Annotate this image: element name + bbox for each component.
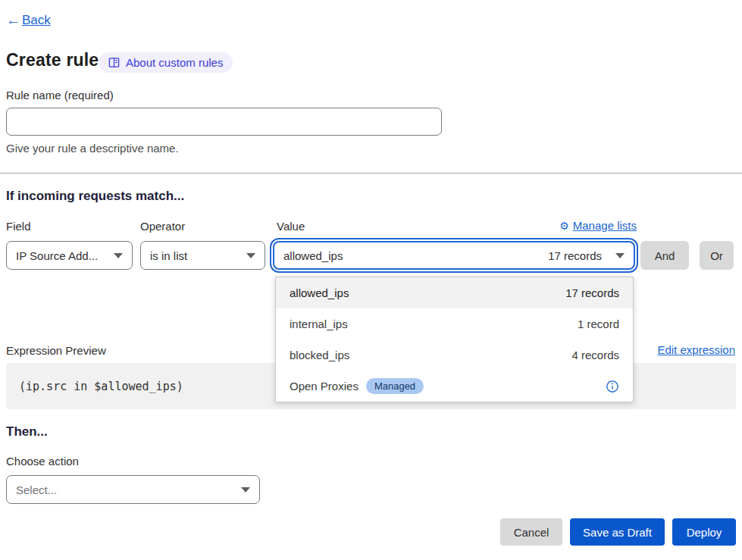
rule-name-helper: Give your rule a descriptive name. (6, 142, 179, 155)
value-label: Value (277, 220, 305, 233)
operator-label: Operator (140, 220, 185, 233)
chevron-down-icon (246, 253, 255, 258)
manage-lists-link[interactable]: ⚙ Manage lists (559, 219, 637, 232)
save-as-draft-button[interactable]: Save as Draft (570, 518, 665, 546)
deploy-button[interactable]: Deploy (672, 518, 736, 546)
list-item-internal-ips[interactable]: internal_ips 1 record (276, 308, 633, 339)
field-label: Field (6, 220, 31, 233)
value-select-records: 17 records (548, 249, 602, 262)
action-select-placeholder: Select... (16, 483, 57, 496)
back-link[interactable]: ←Back (6, 12, 51, 29)
list-records: 17 records (565, 286, 619, 299)
field-select[interactable]: IP Source Add... (6, 241, 133, 270)
chevron-down-icon (615, 253, 625, 258)
book-icon (108, 57, 120, 68)
or-button[interactable]: Or (700, 241, 734, 270)
choose-action-label: Choose action (6, 455, 79, 468)
list-item-allowed-ips[interactable]: allowed_ips 17 records (276, 277, 633, 308)
back-arrow-icon: ← (6, 12, 20, 29)
list-records: 4 records (571, 349, 619, 361)
chevron-down-icon (241, 487, 250, 493)
list-name: blocked_ips (290, 349, 349, 361)
list-records: 1 record (578, 318, 619, 330)
expression-code: (ip.src in $allowed_ips) (19, 380, 183, 393)
rule-name-label: Rule name (required) (6, 89, 114, 102)
match-section-heading: If incoming requests match... (6, 189, 184, 204)
section-divider (0, 173, 742, 174)
about-custom-rules-link[interactable]: About custom rules (99, 52, 233, 73)
value-select[interactable]: allowed_ips 17 records (273, 241, 635, 270)
value-select-value: allowed_ips (283, 249, 343, 262)
then-section-heading: Then... (6, 424, 48, 440)
managed-badge: Managed (366, 378, 424, 394)
rule-name-input[interactable] (6, 108, 442, 136)
gear-icon: ⚙ (559, 221, 569, 231)
list-name: allowed_ips (290, 286, 349, 299)
cancel-button[interactable]: Cancel (500, 518, 562, 546)
action-select[interactable]: Select... (6, 475, 260, 504)
field-select-value: IP Source Add... (16, 249, 98, 262)
list-name: internal_ips (290, 318, 348, 330)
info-icon[interactable] (606, 380, 619, 393)
and-button[interactable]: And (640, 241, 689, 270)
operator-select[interactable]: is in list (140, 241, 265, 270)
operator-select-value: is in list (150, 249, 187, 262)
list-item-blocked-ips[interactable]: blocked_ips 4 records (276, 339, 633, 371)
create-rule-page: ←Back Create rule About custom rules Rul… (0, 0, 742, 560)
page-title: Create rule (6, 50, 99, 70)
chevron-down-icon (114, 253, 123, 258)
list-item-open-proxies[interactable]: Open Proxies Managed (276, 371, 633, 402)
back-label: Back (22, 13, 51, 28)
about-badge-label: About custom rules (126, 56, 223, 69)
manage-lists-label: Manage lists (573, 219, 637, 232)
value-dropdown-menu: allowed_ips 17 records internal_ips 1 re… (275, 277, 634, 402)
expression-preview-label: Expression Preview (6, 344, 106, 357)
list-name: Open Proxies (290, 380, 358, 393)
edit-expression-link[interactable]: Edit expression (657, 343, 735, 356)
